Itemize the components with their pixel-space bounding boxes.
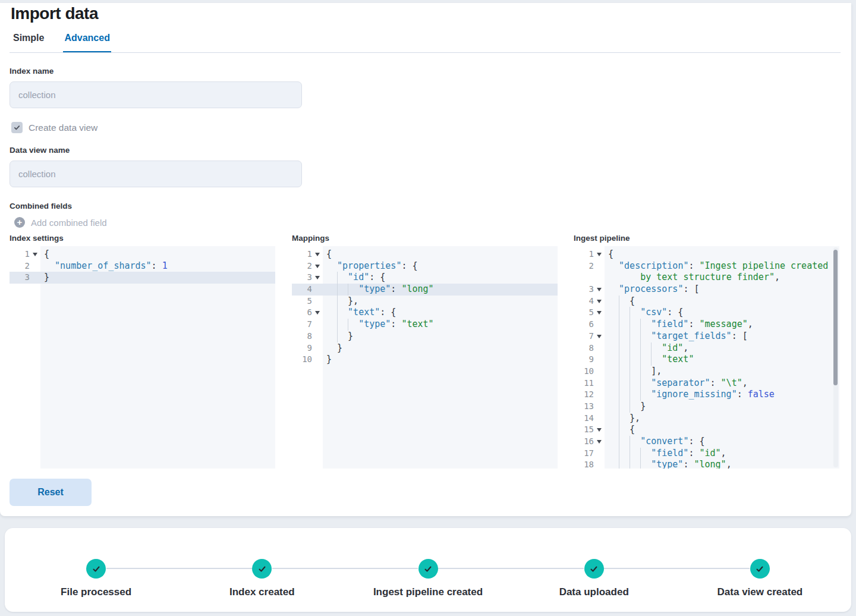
step-data-uploaded: Data uploaded xyxy=(511,528,677,598)
indent-guide xyxy=(619,413,630,425)
plus-circle-icon: + xyxy=(14,217,25,228)
check-icon xyxy=(257,564,267,574)
fold-arrow-icon[interactable] xyxy=(597,440,602,444)
code-line: 7"target_fields": [ xyxy=(574,331,839,342)
indent-guide xyxy=(651,342,662,354)
fold-arrow-icon[interactable] xyxy=(597,300,602,303)
indent-guide xyxy=(619,331,630,342)
progress-stepper: File processedIndex createdIngest pipeli… xyxy=(13,528,843,598)
fold-arrow-icon[interactable] xyxy=(597,288,602,291)
scrollbar-thumb[interactable] xyxy=(833,250,838,385)
check-icon xyxy=(423,564,433,574)
indent-guide xyxy=(640,319,651,331)
reset-button[interactable]: Reset xyxy=(10,479,92,506)
indent-guide xyxy=(630,448,640,460)
fold-arrow-icon[interactable] xyxy=(315,265,320,268)
indent-guide xyxy=(337,319,348,331)
step-data-view-created: Data view created xyxy=(677,528,843,598)
indent-guide xyxy=(630,378,640,389)
indent-guide xyxy=(619,354,630,366)
step-ingest-pipeline-created: Ingest pipeline created xyxy=(345,528,511,598)
line-number: 1 xyxy=(574,249,594,260)
tab-divider xyxy=(10,52,841,53)
indent-guide xyxy=(337,272,348,284)
code-line: 4"type": "long" xyxy=(292,284,558,296)
indent-guide xyxy=(630,307,640,319)
indent-guide xyxy=(337,284,348,296)
tab-simple[interactable]: Simple xyxy=(12,30,45,53)
index-settings-editor[interactable]: 1{2"number_of_shards": 13} xyxy=(10,246,275,469)
step-complete-indicator xyxy=(584,559,604,579)
step-label: Data view created xyxy=(677,586,843,598)
indent-guide xyxy=(651,354,662,366)
code-line: 7"type": "text" xyxy=(292,319,558,331)
code-line: 9"text" xyxy=(574,354,839,366)
indent-guide xyxy=(619,389,630,401)
ingest-pipeline-editor-block: Ingest pipeline 1{2"description": "Inges… xyxy=(574,234,839,469)
check-icon xyxy=(13,124,21,131)
tab-advanced[interactable]: Advanced xyxy=(63,30,111,53)
line-number: 3 xyxy=(10,272,30,284)
data-view-name-input[interactable] xyxy=(10,161,302,187)
mappings-editor[interactable]: 1{2"properties": {3"id": {4"type": "long… xyxy=(292,246,558,469)
line-number: 9 xyxy=(574,354,594,366)
index-name-input[interactable] xyxy=(10,81,302,108)
fold-arrow-icon[interactable] xyxy=(597,311,602,315)
ingest-pipeline-label: Ingest pipeline xyxy=(574,234,839,243)
line-number: 10 xyxy=(574,366,594,378)
line-number: 2 xyxy=(574,260,594,272)
fold-arrow-icon[interactable] xyxy=(33,253,37,256)
indent-guide xyxy=(337,296,348,307)
fold-arrow-icon[interactable] xyxy=(597,428,602,432)
step-complete-indicator xyxy=(86,559,106,579)
step-complete-indicator xyxy=(750,559,770,579)
indent-guide xyxy=(619,296,630,307)
add-combined-field-button: + Add combined field xyxy=(14,217,107,228)
progress-stepper-panel: File processedIndex createdIngest pipeli… xyxy=(5,528,851,612)
step-label: Ingest pipeline created xyxy=(345,586,511,598)
indent-guide xyxy=(619,342,630,354)
indent-guide xyxy=(619,424,630,436)
line-number: 11 xyxy=(574,378,594,389)
indent-guide xyxy=(619,459,630,469)
indent-guide xyxy=(619,401,630,413)
code-line: 3"id": { xyxy=(292,272,558,284)
line-number: 18 xyxy=(574,459,594,469)
code-line: 12"ignore_missing": false xyxy=(574,389,839,401)
code-line: 5"csv": { xyxy=(574,307,839,319)
mappings-label: Mappings xyxy=(292,234,558,243)
indent-guide xyxy=(619,307,630,319)
indent-guide xyxy=(630,354,640,366)
step-complete-indicator xyxy=(418,559,438,579)
code-line: 6"text": { xyxy=(292,307,558,319)
indent-guide xyxy=(630,401,640,413)
fold-arrow-icon[interactable] xyxy=(597,253,602,256)
indent-guide xyxy=(640,366,651,378)
step-index-created: Index created xyxy=(179,528,345,598)
fold-arrow-icon[interactable] xyxy=(597,335,602,338)
indent-guide xyxy=(630,389,640,401)
line-number: 7 xyxy=(574,331,594,342)
line-number: 9 xyxy=(292,342,312,354)
combined-fields-label: Combined fields xyxy=(10,202,72,210)
step-label: File processed xyxy=(13,586,179,598)
line-number: 4 xyxy=(574,296,594,307)
line-number: 12 xyxy=(574,389,594,401)
fold-arrow-icon[interactable] xyxy=(315,276,320,279)
ingest-pipeline-editor[interactable]: 1{2"description": "Ingest pipeline creat… xyxy=(574,246,839,469)
indent-guide xyxy=(348,284,358,296)
step-label: Index created xyxy=(179,586,345,598)
indent-guide xyxy=(640,378,651,389)
fold-arrow-icon[interactable] xyxy=(315,311,320,315)
indent-guide xyxy=(640,331,651,342)
add-combined-field-label: Add combined field xyxy=(31,218,107,228)
indent-guide xyxy=(619,436,630,448)
tab-bar: Simple Advanced xyxy=(12,30,129,53)
fold-arrow-icon[interactable] xyxy=(315,253,320,256)
code-line: 5}, xyxy=(292,296,558,307)
code-line: by text structure finder", xyxy=(574,272,839,284)
line-number: 1 xyxy=(292,249,312,260)
line-number: 4 xyxy=(292,284,312,296)
create-data-view-row: Create data view xyxy=(11,122,97,133)
code-line: 16"convert": { xyxy=(574,436,839,448)
